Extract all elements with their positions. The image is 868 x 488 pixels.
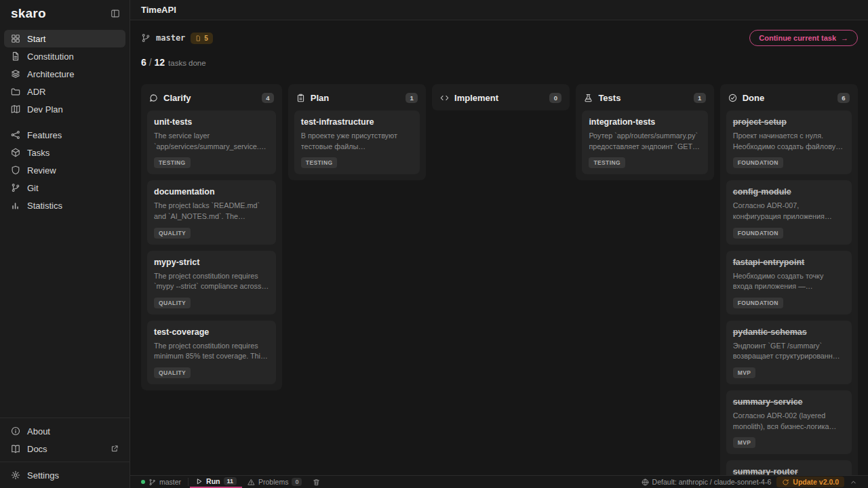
sidebar-item-review[interactable]: Review [4, 161, 125, 179]
task-card-fastapi-entrypoint[interactable]: fastapi-entrypointНеобходимо создать точ… [726, 251, 852, 314]
column-name: Clarify [163, 93, 256, 103]
sidebar-item-label: Settings [27, 470, 59, 481]
task-card-unit-tests[interactable]: unit-testsThe service layer `app/service… [147, 110, 276, 174]
sidebar-item-start[interactable]: Start [4, 30, 125, 47]
sidebar-nav: StartConstitutionArchitectureADRDev Plan… [0, 27, 130, 217]
column-tests: Tests1integration-testsРоутер `app/route… [576, 84, 713, 180]
sidebar-item-constitution[interactable]: Constitution [4, 47, 125, 65]
branch-indicator[interactable]: master 5 [141, 33, 213, 44]
task-card-documentation[interactable]: documentationThe project lacks `README.m… [147, 180, 276, 244]
external-link-icon [111, 445, 119, 453]
app-logo: skaro [11, 6, 46, 21]
card-description: The service layer `app/services/summary_… [154, 131, 269, 152]
sidebar-collapse-button[interactable] [111, 9, 120, 18]
sidebar-footer-group: Settings [0, 462, 130, 488]
topbar: TimeAPI [130, 0, 868, 20]
progress-suffix: tasks done [168, 59, 206, 67]
toolbar: master 5 Continue current task → [141, 30, 858, 46]
card-title: config-module [733, 187, 845, 197]
card-description: Роутер `app/routers/summary.py` предоста… [589, 131, 701, 152]
sidebar-item-label: Features [27, 130, 62, 140]
refresh-icon [782, 479, 789, 486]
default-model-selector[interactable]: Default: anthropic / claude-sonnet-4-6 [636, 478, 777, 486]
statusbar-divider [188, 478, 189, 486]
task-card-config-module[interactable]: config-moduleСогласно ADR-007, конфигура… [726, 180, 852, 244]
card-title: integration-tests [589, 117, 701, 127]
card-tag: TESTING [301, 157, 338, 168]
sidebar-footer: AboutDocsSettings [0, 418, 130, 488]
git-branch-icon [149, 479, 156, 486]
chevron-up-icon [850, 479, 857, 486]
column-count-badge: 1 [694, 93, 706, 103]
sidebar-item-tasks[interactable]: Tasks [4, 144, 125, 161]
run-tab[interactable]: Run 11 [190, 476, 242, 488]
sidebar-item-adr[interactable]: ADR [4, 83, 125, 100]
card-title: summary-service [733, 397, 845, 407]
sidebar-header: skaro [0, 0, 130, 27]
continue-task-button[interactable]: Continue current task → [749, 30, 858, 46]
gear-icon [11, 470, 20, 480]
card-tag: QUALITY [154, 228, 191, 239]
kanban-board: Clarify4unit-testsThe service layer `app… [141, 84, 858, 475]
column-header: Tests1 [582, 90, 707, 104]
problems-count-badge: 0 [292, 478, 302, 486]
sidebar-item-label: Dev Plan [27, 104, 63, 115]
sidebar-item-label: Architecture [27, 69, 74, 79]
map-icon [11, 104, 20, 114]
card-title: test-infrastructure [301, 117, 413, 127]
flask-icon [584, 94, 593, 102]
sidebar-item-statistics[interactable]: Statistics [4, 197, 125, 214]
statusbar-right: Default: anthropic / claude-sonnet-4-6 U… [636, 476, 863, 488]
task-card-summary-service[interactable]: summary-serviceСогласно ADR-002 (layered… [726, 390, 852, 454]
sidebar-item-dev-plan[interactable]: Dev Plan [4, 100, 125, 118]
task-card-integration-tests[interactable]: integration-testsРоутер `app/routers/sum… [582, 110, 707, 174]
card-title: pydantic-schemas [733, 327, 845, 337]
task-card-pydantic-schemas[interactable]: pydantic-schemasЭндпоинт `GET /summary` … [726, 321, 852, 384]
column-name: Plan [311, 93, 400, 103]
grid-icon [11, 34, 20, 43]
changes-badge[interactable]: 5 [191, 33, 213, 44]
problems-tab[interactable]: Problems 0 [242, 476, 307, 488]
continue-task-label: Continue current task [759, 34, 836, 42]
sidebar-item-features[interactable]: Features [4, 126, 125, 144]
task-card-mypy-strict[interactable]: mypy-strictThe project constitution requ… [147, 251, 276, 314]
info-icon [11, 426, 20, 436]
card-title: documentation [154, 187, 269, 197]
project-title: TimeAPI [141, 5, 176, 15]
book-icon [11, 444, 20, 453]
statusbar-branch[interactable]: master [136, 476, 186, 488]
layers-icon [11, 69, 20, 79]
task-card-summary-router[interactable]: summary-routerСогласно ADR-002, роутер н… [726, 460, 852, 475]
sidebar-item-docs[interactable]: Docs [4, 440, 125, 458]
clear-button[interactable] [307, 476, 326, 488]
sidebar-item-label: Git [27, 183, 39, 193]
card-description: The project lacks `README.md` and `AI_NO… [154, 201, 269, 222]
sidebar-item-settings[interactable]: Settings [4, 466, 125, 484]
trash-icon [313, 479, 320, 486]
column-count-badge: 6 [837, 93, 850, 103]
card-tag: MVP [733, 367, 756, 378]
column-count-badge: 1 [406, 93, 418, 103]
task-card-test-coverage[interactable]: test-coverageThe project constitution re… [147, 321, 276, 384]
git-branch-icon [141, 33, 151, 43]
column-name: Implement [454, 93, 544, 103]
column-header: Clarify4 [147, 90, 276, 104]
sidebar-item-label: Tasks [27, 148, 50, 158]
column-header: Plan1 [294, 90, 420, 104]
task-card-test-infrastructure[interactable]: test-infrastructureВ проекте уже присутс… [294, 110, 420, 174]
column-done: Done6project-setupПроект начинается с ну… [720, 84, 858, 475]
statusbar-expand-button[interactable] [844, 479, 863, 486]
column-plan: Plan1test-infrastructureВ проекте уже пр… [288, 84, 426, 180]
file-icon [195, 35, 201, 41]
card-description: Согласно ADR-002 (layered monolith), вся… [733, 411, 845, 432]
sidebar-item-git[interactable]: Git [4, 179, 125, 197]
play-icon [195, 478, 203, 485]
sidebar-item-label: Start [27, 34, 45, 44]
update-button[interactable]: Update v2.0.0 [776, 476, 844, 487]
sidebar-item-about[interactable]: About [4, 422, 125, 440]
sidebar-item-architecture[interactable]: Architecture [4, 65, 125, 83]
column-count-badge: 4 [262, 93, 274, 103]
sidebar-item-label: Docs [27, 444, 47, 454]
task-card-project-setup[interactable]: project-setupПроект начинается с нуля. Н… [726, 110, 852, 174]
sidebar-item-label: Constitution [27, 52, 74, 62]
